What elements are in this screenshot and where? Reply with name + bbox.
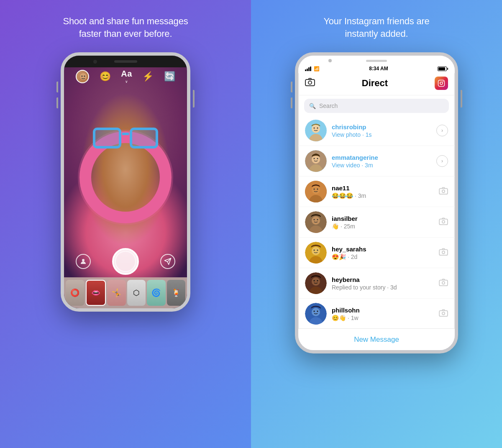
message-content: iansilber 👋 · 25m (332, 215, 434, 230)
avatar (305, 150, 327, 172)
flash-icon[interactable]: ⚡ (142, 71, 154, 82)
search-placeholder: Search (319, 102, 338, 109)
message-content: chrisrobinp View photo · 1s (332, 123, 431, 138)
new-message-label: New Message (354, 335, 399, 344)
svg-point-39 (442, 251, 445, 253)
svg-point-25 (442, 190, 445, 192)
filter-thumb-6[interactable]: 🍹 (167, 280, 186, 306)
volume-down-button (56, 97, 58, 108)
message-username: chrisrobinp (332, 123, 431, 131)
right-phone-notch (298, 56, 455, 66)
right-title: Your Instagram friends are instantly add… (323, 15, 429, 40)
chevron-button[interactable]: › (436, 155, 448, 167)
message-username: phillsohn (332, 307, 434, 314)
svg-point-41 (312, 277, 320, 286)
list-item[interactable]: heyberna Replied to your story · 3d (298, 268, 455, 299)
camera-action-icon[interactable] (439, 218, 448, 227)
filter-thumb-5[interactable]: 🌀 (147, 280, 166, 306)
face-effects-icon[interactable]: 😊 (100, 71, 111, 82)
phone-speaker (114, 60, 137, 63)
left-phone-wrapper: 😊 Aa ∨ ⚡ 🔄 (61, 40, 190, 312)
avatar (305, 120, 327, 141)
svg-point-32 (442, 220, 445, 223)
message-username: hey_sarahs (332, 246, 434, 253)
right-panel: Your Instagram friends are instantly add… (251, 0, 502, 448)
story-ring (305, 150, 327, 172)
volume-up-button (56, 82, 58, 92)
direct-title: Direct (362, 78, 388, 89)
list-item[interactable]: chrisrobinp View photo · 1s › (298, 115, 455, 146)
time-display: 8:34 AM (369, 66, 388, 72)
shutter-button[interactable] (112, 248, 139, 275)
message-preview: Replied to your story · 3d (332, 284, 434, 291)
svg-point-23 (317, 189, 318, 190)
send-button[interactable] (160, 254, 175, 269)
message-preview: View video · 3m (332, 162, 431, 169)
svg-rect-6 (438, 80, 444, 87)
gallery-button[interactable] (76, 254, 91, 269)
list-item[interactable]: emmatangerine View video · 3m › (298, 146, 455, 177)
svg-rect-45 (439, 280, 448, 286)
svg-point-46 (442, 282, 445, 284)
camera-action-icon[interactable] (439, 309, 448, 319)
message-username: nae11 (332, 184, 434, 192)
svg-point-44 (317, 280, 318, 282)
filter-thumb-3[interactable]: 🤸 (107, 280, 126, 306)
camera-top-bar: 😊 Aa ∨ ⚡ 🔄 (64, 69, 187, 84)
camera-action-icon[interactable] (439, 279, 448, 288)
left-panel: Shoot and share fun messages faster than… (0, 0, 251, 448)
list-item[interactable]: phillsohn 😊👋 · 1w (298, 299, 455, 329)
message-username: heyberna (332, 276, 434, 283)
filter-thumb-4[interactable]: ⬡ (127, 280, 146, 306)
filter-thumb-2[interactable]: 👄 (86, 280, 106, 306)
list-item[interactable]: nae11 😂😂😂 · 3m (298, 177, 455, 207)
svg-point-37 (317, 250, 318, 251)
svg-point-53 (442, 312, 445, 315)
svg-rect-24 (439, 188, 448, 194)
svg-point-34 (312, 247, 320, 255)
svg-rect-38 (439, 249, 448, 255)
new-message-button[interactable]: New Message (298, 328, 455, 350)
svg-rect-31 (439, 219, 448, 225)
search-bar[interactable]: 🔍 Search (304, 99, 449, 113)
filter-thumb-1[interactable]: ⭕ (66, 280, 85, 306)
message-content: phillsohn 😊👋 · 1w (332, 307, 434, 321)
svg-point-3 (82, 259, 85, 261)
message-content: nae11 😂😂😂 · 3m (332, 184, 434, 199)
camera-header-icon[interactable] (305, 78, 315, 89)
direct-header: Direct (298, 73, 455, 95)
avatar (305, 211, 327, 233)
list-item[interactable]: iansilber 👋 · 25m (298, 207, 455, 238)
message-username: iansilber (332, 215, 434, 222)
svg-point-7 (440, 82, 443, 84)
instagram-logo-icon[interactable] (435, 77, 448, 90)
svg-point-51 (317, 311, 318, 312)
message-preview: 👋 · 25m (332, 223, 434, 230)
svg-point-22 (314, 189, 315, 190)
face-avatar-button[interactable] (76, 70, 89, 83)
avatar (305, 303, 327, 325)
glasses-right-lens (130, 128, 158, 148)
signal-icon (305, 67, 311, 71)
camera-action-icon[interactable] (439, 187, 448, 197)
svg-point-29 (314, 219, 315, 220)
status-right (438, 67, 448, 71)
text-mode-button[interactable]: Aa ∨ (121, 69, 132, 84)
right-phone: 📶 8:34 AM (295, 52, 458, 353)
flip-camera-icon[interactable]: 🔄 (164, 71, 175, 82)
message-content: heyberna Replied to your story · 3d (332, 276, 434, 291)
svg-point-36 (314, 250, 315, 251)
camera-action-icon[interactable] (439, 248, 448, 258)
svg-point-2 (84, 75, 85, 77)
message-username: emmatangerine (332, 154, 431, 161)
list-item[interactable]: hey_sarahs 😍🎉 · 2d (298, 238, 455, 268)
chevron-button[interactable]: › (436, 125, 448, 136)
right-volume-up-button (291, 82, 292, 92)
svg-point-20 (312, 186, 320, 194)
svg-point-30 (317, 219, 318, 220)
message-preview: 😍🎉 · 2d (332, 253, 434, 260)
story-ring (305, 120, 327, 141)
svg-point-43 (314, 280, 315, 282)
right-speaker (366, 60, 387, 62)
power-button (193, 90, 195, 108)
